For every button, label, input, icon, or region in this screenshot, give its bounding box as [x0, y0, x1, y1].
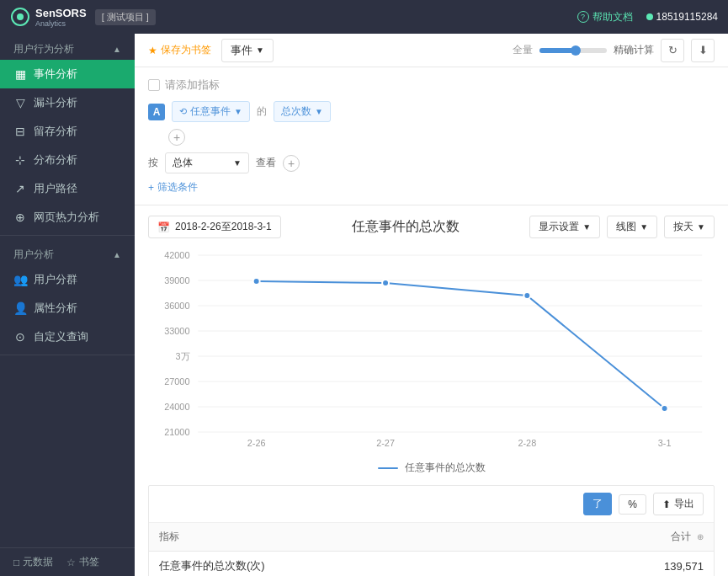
sidebar-item-funnel-analysis[interactable]: ▽ 漏斗分析: [0, 88, 135, 117]
metric-label: 总次数: [281, 104, 311, 119]
svg-point-23: [382, 280, 389, 286]
analysis-panel: 请添加指标 A ⟲ 任意事件 ▼ 的 总次数 ▼ + 按: [135, 67, 728, 205]
custom-query-icon: ⊙: [13, 330, 27, 344]
collapse-arrow-icon[interactable]: ▲: [113, 45, 121, 54]
export-icon: ⬆: [662, 499, 671, 510]
add-view-btn[interactable]: +: [283, 155, 300, 172]
main-layout: 用户行为分析 ▲ ▦ 事件分析 ▽ 漏斗分析 ⊟ 留存分析 ⊹ 分布分析 ↗ 用…: [0, 34, 728, 576]
svg-point-1: [17, 13, 24, 20]
group-by-label: 按: [148, 156, 158, 170]
add-condition-row: +: [148, 127, 715, 149]
sidebar-item-label: 用户分群: [34, 272, 77, 287]
add-indicator-checkbox[interactable]: [148, 79, 160, 91]
help-icon: ?: [577, 11, 589, 23]
help-text: 帮助文档: [592, 10, 633, 24]
export-btn[interactable]: ⬆ 导出: [653, 493, 704, 515]
legend-label: 任意事件的总次数: [405, 461, 486, 475]
add-indicator-label: 请添加指标: [165, 77, 220, 93]
funnel-icon: ▽: [13, 96, 27, 109]
event-selector[interactable]: ⟲ 任意事件 ▼: [172, 101, 250, 122]
metric-selector[interactable]: 总次数 ▼: [274, 101, 331, 122]
add-indicator-row[interactable]: 请添加指标: [148, 74, 715, 96]
sidebar-section-user-analysis: 用户分析 ▲: [0, 239, 135, 265]
svg-text:27000: 27000: [164, 376, 189, 387]
event-analysis-icon: ▦: [13, 67, 27, 81]
sidebar: 用户行为分析 ▲ ▦ 事件分析 ▽ 漏斗分析 ⊟ 留存分析 ⊹ 分布分析 ↗ 用…: [0, 34, 135, 576]
svg-text:2-28: 2-28: [518, 438, 536, 448]
time-granularity-label: 按天: [673, 220, 693, 234]
svg-text:24000: 24000: [164, 402, 189, 412]
indicator-letter: A: [148, 104, 165, 120]
sidebar-item-user-path[interactable]: ↗ 用户路径: [0, 174, 135, 203]
online-indicator: [646, 13, 653, 20]
filter-plus-icon: +: [148, 182, 154, 194]
help-link[interactable]: ? 帮助文档: [577, 10, 633, 24]
indicator-of: 的: [257, 104, 267, 119]
sync-icon: ⟲: [179, 106, 187, 117]
sidebar-item-event-analysis[interactable]: ▦ 事件分析: [0, 60, 135, 88]
svg-text:36000: 36000: [164, 301, 189, 311]
add-condition-btn[interactable]: +: [168, 129, 185, 146]
group-row: 按 总体 ▼ 查看 +: [148, 149, 715, 177]
svg-text:42000: 42000: [164, 250, 189, 260]
logo-icon: [10, 7, 30, 27]
chart-type-btn[interactable]: 线图 ▼: [607, 216, 657, 238]
star-icon: ★: [148, 45, 157, 56]
metric-dropdown-icon: ▼: [315, 107, 323, 116]
group-select[interactable]: 总体 ▼: [165, 152, 249, 173]
table-row: 任意事件的总次数(次) 139,571: [149, 552, 714, 577]
bookmark-icon: ☆: [66, 557, 76, 568]
chart-container: 42000 39000 36000 33000 3万 27000 24000 2…: [148, 248, 715, 451]
expand-icon[interactable]: ⊕: [697, 532, 704, 541]
collapse-arrow2-icon[interactable]: ▲: [113, 250, 121, 259]
bookmark-label: 书签: [79, 555, 99, 569]
toolbar-right: 全量 精确计算 ↻ ⬇: [513, 39, 715, 62]
meta-label: 元数据: [23, 555, 53, 569]
date-range-label: 2018-2-26至2018-3-1: [175, 220, 272, 234]
range-slider[interactable]: [539, 48, 607, 53]
svg-point-24: [523, 292, 530, 299]
sidebar-bookmarks[interactable]: ☆ 书签: [66, 555, 99, 569]
time-granularity-btn[interactable]: 按天 ▼: [664, 216, 715, 238]
event-tab[interactable]: 事件 ▼: [221, 39, 274, 62]
sidebar-bottom: □ 元数据 ☆ 书签: [0, 547, 135, 576]
sidebar-item-user-segment[interactable]: 👥 用户分群: [0, 265, 135, 294]
heatmap-icon: ⊕: [13, 211, 27, 224]
top-bar: SenSORS Analytics [ 测试项目 ] ? 帮助文档 185191…: [0, 0, 728, 34]
download-btn[interactable]: ⬇: [691, 39, 715, 62]
user-path-icon: ↗: [13, 182, 27, 195]
sidebar-item-distribution-analysis[interactable]: ⊹ 分布分析: [0, 146, 135, 174]
top-bar-right: ? 帮助文档 18519115284: [577, 10, 718, 24]
sidebar-item-heatmap[interactable]: ⊕ 网页热力分析: [0, 203, 135, 232]
legend-line: [378, 467, 398, 469]
attribute-icon: 👤: [13, 301, 27, 315]
sidebar-item-label: 分布分析: [34, 152, 77, 168]
sidebar-item-retention-analysis[interactable]: ⊟ 留存分析: [0, 117, 135, 146]
absolute-btn[interactable]: 了: [583, 493, 612, 515]
user-segment-icon: 👥: [13, 273, 27, 286]
sidebar-item-attribute-analysis[interactable]: 👤 属性分析: [0, 294, 135, 323]
svg-text:33000: 33000: [164, 326, 189, 336]
filter-btn[interactable]: + 筛选条件: [148, 180, 198, 195]
date-picker[interactable]: 📅 2018-2-26至2018-3-1: [148, 216, 281, 238]
indicator-cell: 任意事件的总次数(次): [149, 552, 532, 577]
display-settings-btn[interactable]: 显示设置 ▼: [529, 216, 600, 238]
view-label: 查看: [256, 156, 276, 170]
sidebar-meta-data[interactable]: □ 元数据: [13, 555, 53, 569]
logo-text: SenSORS Analytics: [35, 7, 87, 28]
chart-legend: 任意事件的总次数: [148, 461, 715, 475]
save-bookmark-btn[interactable]: ★ 保存为书签: [148, 43, 211, 57]
sidebar-item-label: 漏斗分析: [34, 95, 77, 110]
svg-point-25: [662, 405, 668, 412]
user-phone: 18519115284: [656, 11, 718, 23]
chart-title: 任意事件的总次数: [281, 218, 530, 236]
sidebar-item-label: 用户路径: [34, 181, 77, 196]
time-granularity-dropdown-icon: ▼: [697, 222, 705, 232]
chart-area: 📅 2018-2-26至2018-3-1 任意事件的总次数 显示设置 ▼ 线图 …: [135, 205, 728, 576]
svg-text:39000: 39000: [164, 275, 189, 285]
refresh-btn[interactable]: ↻: [661, 39, 684, 62]
percent-btn[interactable]: %: [619, 494, 646, 515]
sidebar-item-custom-query[interactable]: ⊙ 自定义查询: [0, 323, 135, 351]
event-label: 事件: [231, 43, 252, 58]
line-chart: 42000 39000 36000 33000 3万 27000 24000 2…: [148, 248, 715, 451]
